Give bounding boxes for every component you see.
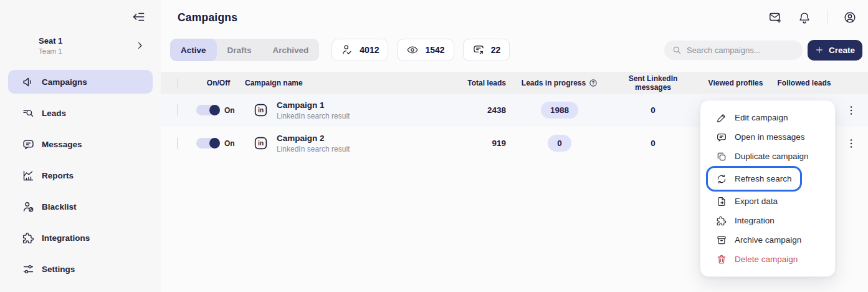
sidebar-item-reports[interactable]: Reports bbox=[8, 163, 153, 187]
sidebar-item-campaigns[interactable]: Campaigns bbox=[8, 70, 153, 94]
menu-item-label: Open in messages bbox=[735, 132, 805, 142]
menu-item-label: Integration bbox=[735, 216, 775, 225]
menu-item-archive-campaign[interactable]: Archive campaign bbox=[700, 230, 835, 250]
column-header-viewed-profiles: Viewed profiles bbox=[697, 79, 775, 87]
create-button-label: Create bbox=[829, 46, 855, 55]
linkedin-icon: in bbox=[253, 135, 269, 151]
export-icon bbox=[716, 196, 727, 207]
tab-active[interactable]: Active bbox=[170, 39, 217, 61]
sidebar-item-integrations[interactable]: Integrations bbox=[8, 226, 153, 250]
toolbar: ActiveDraftsArchived 4012154222 Create bbox=[161, 39, 868, 61]
menu-item-export-data[interactable]: Export data bbox=[700, 192, 835, 211]
campaign-name: Campaign 2 bbox=[277, 134, 350, 143]
sidebar-item-label: Reports bbox=[42, 171, 74, 180]
megaphone-icon bbox=[22, 75, 35, 89]
stat-value: 22 bbox=[491, 45, 501, 55]
linkedin-icon: in bbox=[253, 102, 269, 118]
reports-icon bbox=[22, 169, 35, 182]
menu-item-integration[interactable]: Integration bbox=[700, 211, 835, 230]
delete-icon bbox=[716, 254, 727, 265]
svg-text:in: in bbox=[258, 107, 264, 114]
sidebar-item-label: Messages bbox=[42, 140, 82, 149]
total-leads-value: 919 bbox=[432, 139, 510, 148]
edit-icon bbox=[716, 112, 727, 124]
select-all-checkbox[interactable] bbox=[177, 78, 178, 88]
sent-messages-value: 0 bbox=[609, 105, 697, 115]
toggle-state-label: On bbox=[224, 139, 235, 148]
message-sent-icon bbox=[472, 44, 485, 56]
campaign-toggle[interactable] bbox=[196, 138, 220, 148]
bell-icon[interactable] bbox=[798, 11, 811, 24]
sidebar-item-label: Settings bbox=[42, 265, 75, 274]
menu-item-delete-campaign[interactable]: Delete campaign bbox=[700, 250, 835, 269]
sidebar-item-messages[interactable]: Messages bbox=[8, 132, 153, 156]
plus-icon bbox=[815, 46, 824, 54]
svg-text:in: in bbox=[258, 140, 264, 147]
campaign-status-tabs: ActiveDraftsArchived bbox=[170, 39, 319, 61]
collapse-sidebar-icon[interactable] bbox=[131, 9, 147, 26]
tab-drafts[interactable]: Drafts bbox=[217, 39, 262, 61]
duplicate-icon bbox=[716, 151, 727, 162]
row-checkbox[interactable] bbox=[177, 137, 178, 149]
mail-plus-icon[interactable] bbox=[768, 11, 782, 24]
refresh-icon bbox=[716, 173, 727, 185]
app: Seat 1 Team 1 CampaignsLeadsMessagesRepo… bbox=[0, 0, 868, 292]
campaign-name: Campaign 1 bbox=[277, 100, 350, 110]
column-header-sent-messages: Sent LinkedIn messages bbox=[609, 74, 697, 92]
help-circle-icon[interactable] bbox=[589, 79, 598, 87]
menu-item-label: Edit campaign bbox=[735, 113, 788, 122]
stat-chip-message-sent[interactable]: 22 bbox=[463, 39, 510, 61]
stat-chip-eye[interactable]: 1542 bbox=[397, 39, 454, 61]
sidebar-item-label: Leads bbox=[42, 109, 66, 118]
row-checkbox[interactable] bbox=[177, 104, 178, 116]
column-header-total-leads: Total leads bbox=[432, 79, 510, 87]
seat-title: Seat 1 bbox=[39, 36, 133, 46]
sidebar-item-blacklist[interactable]: Blacklist bbox=[8, 195, 153, 218]
tab-archived[interactable]: Archived bbox=[262, 39, 320, 61]
sidebar-item-label: Campaigns bbox=[42, 77, 87, 87]
settings-icon bbox=[22, 263, 35, 276]
row-actions-kebab-icon[interactable] bbox=[844, 136, 859, 151]
menu-item-label: Refresh search bbox=[735, 174, 792, 183]
stat-chip-lead-check[interactable]: 4012 bbox=[331, 39, 388, 61]
sidebar-item-label: Integrations bbox=[42, 233, 90, 243]
leads-in-progress-badge: 1988 bbox=[541, 102, 578, 119]
topbar: Campaigns bbox=[161, 0, 868, 35]
search-input[interactable] bbox=[687, 46, 795, 55]
campaign-toggle[interactable] bbox=[196, 105, 220, 115]
column-header-leads-in-progress: Leads in progress bbox=[510, 79, 609, 87]
sent-messages-value: 0 bbox=[609, 139, 697, 148]
sidebar-item-leads[interactable]: Leads bbox=[8, 101, 153, 125]
toggle-state-label: On bbox=[224, 106, 235, 115]
total-leads-value: 2438 bbox=[432, 105, 510, 115]
account-icon[interactable] bbox=[843, 11, 857, 24]
messages-icon bbox=[22, 138, 35, 151]
stat-chips: 4012154222 bbox=[331, 39, 510, 61]
table-header: On/Off Campaign name Total leads Leads i… bbox=[161, 72, 868, 94]
row-actions-kebab-icon[interactable] bbox=[844, 103, 859, 118]
stat-value: 1542 bbox=[425, 45, 444, 55]
campaign-subtitle: LinkedIn search result bbox=[277, 145, 350, 153]
integration-icon bbox=[716, 215, 727, 226]
column-header-followed-leads: Followed leads bbox=[775, 79, 834, 87]
menu-item-duplicate-campaign[interactable]: Duplicate campaign bbox=[700, 147, 835, 166]
page-title: Campaigns bbox=[178, 11, 237, 24]
column-header-on-off: On/Off bbox=[192, 79, 245, 87]
blacklist-icon bbox=[22, 200, 35, 213]
create-button[interactable]: Create bbox=[808, 40, 862, 61]
stat-value: 4012 bbox=[360, 45, 379, 55]
campaign-subtitle: LinkedIn search result bbox=[277, 112, 350, 120]
sidebar-item-settings[interactable]: Settings bbox=[8, 257, 153, 281]
toggle-knob bbox=[209, 105, 220, 115]
leads-in-progress-badge: 0 bbox=[548, 135, 571, 152]
menu-item-edit-campaign[interactable]: Edit campaign bbox=[700, 108, 835, 127]
seat-selector[interactable]: Seat 1 Team 1 bbox=[12, 35, 150, 56]
sidebar-item-label: Blacklist bbox=[42, 202, 77, 212]
menu-item-label: Archive campaign bbox=[735, 235, 801, 245]
chevron-right-icon bbox=[135, 41, 145, 51]
sidebar: Seat 1 Team 1 CampaignsLeadsMessagesRepo… bbox=[0, 0, 161, 292]
leads-search-icon bbox=[22, 107, 35, 120]
archive-icon bbox=[716, 235, 727, 246]
menu-item-open-in-messages[interactable]: Open in messages bbox=[700, 127, 835, 147]
menu-item-refresh-search[interactable]: Refresh search bbox=[706, 166, 802, 192]
